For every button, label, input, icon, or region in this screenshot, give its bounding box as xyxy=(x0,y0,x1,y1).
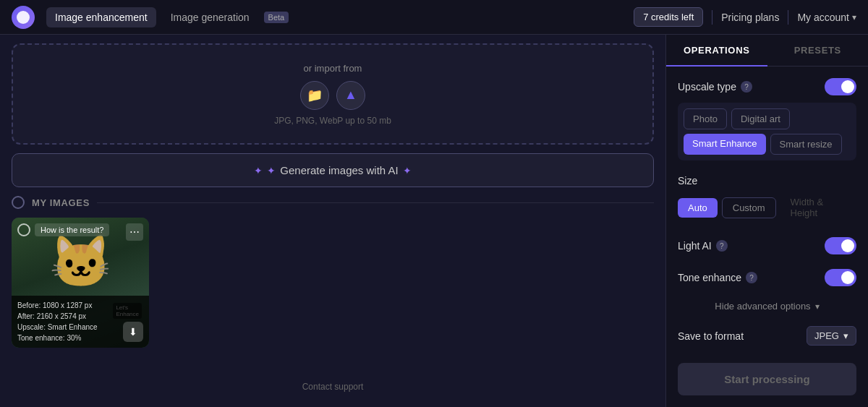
sparkle-icon-right: ✦ xyxy=(403,165,412,176)
my-images-section: MY IMAGES xyxy=(12,196,654,209)
nav-tab-image-enhancement[interactable]: Image enhancement xyxy=(46,7,156,27)
after-value: 2160 x 2574 px xyxy=(37,312,86,320)
result-badge[interactable]: How is the result? xyxy=(35,223,109,236)
light-ai-row: Light AI ? xyxy=(678,237,856,254)
tone-enhance-label: Tone enhance ? xyxy=(678,272,757,283)
upscale-option-smart-enhance[interactable]: Smart Enhance xyxy=(684,134,766,155)
generate-images-button[interactable]: ✦ ✦ Generate images with AI ✦ xyxy=(12,153,654,187)
file-types-text: JPG, PNG, WebP up to 50 mb xyxy=(274,116,391,126)
save-format-select[interactable]: JPEG ▾ xyxy=(807,326,856,346)
advanced-options-label: Hide advanced options xyxy=(715,301,810,312)
tab-operations[interactable]: OPERATIONS xyxy=(666,35,767,66)
size-section: Size Auto Custom Width & Height xyxy=(678,175,856,223)
size-option-custom[interactable]: Custom xyxy=(722,197,776,218)
tone-enhance-toggle[interactable] xyxy=(825,269,856,286)
before-info: Before: 1080 x 1287 px xyxy=(17,300,143,311)
panel-content: Upscale type ? Photo Digital art Smart E… xyxy=(666,67,868,357)
after-info: After: 2160 x 2574 px xyxy=(17,311,143,322)
upscale-option-smart-resize[interactable]: Smart resize xyxy=(770,134,842,155)
credits-badge[interactable]: 7 credits left xyxy=(634,7,703,27)
download-button[interactable]: ⬇ xyxy=(123,322,143,342)
before-value: 1080 x 1287 px xyxy=(43,301,92,309)
nav-tab-image-generation[interactable]: Image generation xyxy=(162,7,258,27)
drive-icon: ▲ xyxy=(344,87,357,103)
panel-tabs: OPERATIONS PRESETS xyxy=(666,35,868,67)
sparkle-icon-2: ✦ xyxy=(267,165,276,176)
image-card-radio[interactable] xyxy=(17,223,30,236)
save-format-value: JPEG xyxy=(814,330,839,341)
my-images-radio[interactable] xyxy=(12,196,25,209)
light-ai-info-icon[interactable]: ? xyxy=(716,240,728,252)
account-label: My account xyxy=(797,12,849,23)
upload-area[interactable]: or import from 📁 ▲ JPG, PNG, WebP up to … xyxy=(12,43,654,145)
cat-emoji: 🐱 xyxy=(49,232,112,291)
upscale-type-toggle[interactable] xyxy=(825,78,856,95)
start-processing-button[interactable]: Start processing xyxy=(678,363,856,395)
left-panel: or import from 📁 ▲ JPG, PNG, WebP up to … xyxy=(0,35,665,407)
header-right: 7 credits left Pricing plans My account … xyxy=(634,7,856,27)
contact-support: Contact support xyxy=(12,374,654,398)
upscale-option-digital-art[interactable]: Digital art xyxy=(731,108,790,129)
beta-badge: Beta xyxy=(264,12,289,23)
header-divider xyxy=(712,10,712,25)
save-format-row: Save to format JPEG ▾ xyxy=(678,326,856,346)
format-chevron-icon: ▾ xyxy=(843,330,848,341)
generate-label: Generate images with AI xyxy=(280,164,398,176)
upscale-type-options: Photo Digital art Smart Enhance Smart re… xyxy=(678,103,856,160)
advanced-options-row[interactable]: Hide advanced options ▾ xyxy=(678,301,856,312)
tone-enhance-text: Tone enhance xyxy=(678,272,741,283)
logo xyxy=(12,6,35,29)
tab-presets[interactable]: PRESETS xyxy=(767,35,869,66)
header: Image enhancement Image generation Beta … xyxy=(0,0,868,35)
upscale-type-row: Upscale type ? xyxy=(678,78,856,95)
upscale-sub-options: Photo Digital art Smart Enhance Smart re… xyxy=(678,103,856,160)
upscale-type-section: Upscale type ? Photo Digital art Smart E… xyxy=(678,78,856,160)
logo-icon xyxy=(17,11,30,24)
upload-icons: 📁 ▲ xyxy=(300,81,365,110)
size-option-width-height: Width & Height xyxy=(780,192,856,223)
my-images-label: MY IMAGES xyxy=(32,197,90,208)
chevron-down-icon: ▾ xyxy=(852,12,856,22)
tone-enhance-row: Tone enhance ? xyxy=(678,269,856,286)
advanced-chevron-icon: ▾ xyxy=(815,301,820,312)
folder-icon: 📁 xyxy=(307,87,323,103)
main-content: or import from 📁 ▲ JPG, PNG, WebP up to … xyxy=(0,35,868,407)
image-grid: 🐱 Let'sEnhance How is the result? ⋯ Befo… xyxy=(12,218,654,348)
size-option-auto[interactable]: Auto xyxy=(678,198,718,218)
upscale-type-info-icon[interactable]: ? xyxy=(741,81,752,93)
upscale-option-photo[interactable]: Photo xyxy=(684,108,727,129)
after-label: After: xyxy=(17,312,35,320)
before-label: Before: xyxy=(17,301,41,309)
file-upload-button[interactable]: 📁 xyxy=(300,81,329,110)
light-ai-text: Light AI xyxy=(678,240,712,252)
size-options: Auto Custom Width & Height xyxy=(678,192,856,223)
main-nav: Image enhancement Image generation Beta xyxy=(46,7,634,27)
contact-support-link[interactable]: Contact support xyxy=(302,382,364,392)
more-options-button[interactable]: ⋯ xyxy=(126,223,143,241)
sparkle-icon-left: ✦ xyxy=(254,165,263,176)
import-text: or import from xyxy=(304,63,362,74)
image-card: 🐱 Let'sEnhance How is the result? ⋯ Befo… xyxy=(12,218,149,348)
size-label: Size xyxy=(678,175,856,187)
tone-enhance-info-icon[interactable]: ? xyxy=(746,272,757,283)
upscale-type-label: Upscale type ? xyxy=(678,81,752,93)
right-panel: OPERATIONS PRESETS Upscale type ? Photo … xyxy=(665,35,868,407)
light-ai-toggle[interactable] xyxy=(825,237,856,254)
header-divider-2 xyxy=(788,10,788,25)
drive-upload-button[interactable]: ▲ xyxy=(336,81,365,110)
light-ai-label: Light AI ? xyxy=(678,240,728,252)
pricing-link[interactable]: Pricing plans xyxy=(721,12,779,23)
account-button[interactable]: My account ▾ xyxy=(797,12,856,23)
my-images-divider xyxy=(97,202,654,203)
save-format-label: Save to format xyxy=(678,330,744,342)
upscale-type-text: Upscale type xyxy=(678,81,736,93)
